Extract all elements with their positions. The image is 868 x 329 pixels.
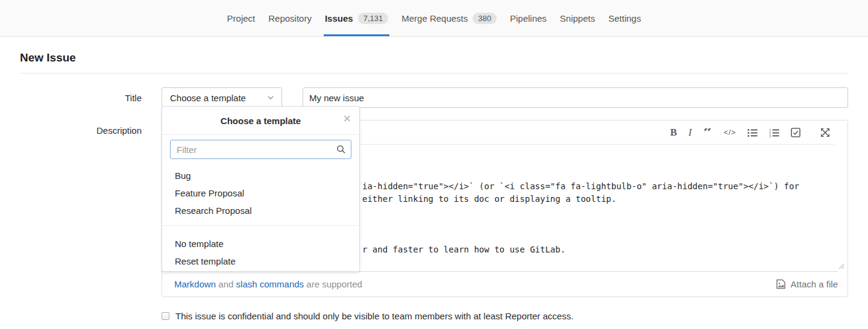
description-row: Description B I ” </> [20,120,848,297]
choose-template-dropdown-panel: Choose a template ✕ Bug Feature Proposal… [162,106,360,272]
search-icon [336,145,346,154]
nav-tab-label: Merge Requests [401,13,468,24]
dropdown-title: Choose a template [221,116,301,126]
nav-tab-pipelines[interactable]: Pipelines [503,0,553,36]
svg-text:3: 3 [769,134,771,137]
nav-tab-merge-requests[interactable]: Merge Requests 380 [395,0,503,36]
nav-tab-label: Repository [268,13,312,24]
page-title: New Issue [20,37,848,64]
issues-count-badge: 7,131 [358,13,389,24]
title-label: Title [20,87,142,108]
merge-requests-count-badge: 380 [473,13,497,24]
confidential-label: This issue is confidential and should on… [175,311,573,321]
attach-file-button[interactable]: Attach a file [776,279,838,289]
title-row: Title Choose a template [20,87,848,108]
footer-supported-text: are supported [304,279,362,289]
markdown-footer: Markdown and slash commands are supporte… [162,272,848,296]
issue-title-input[interactable] [303,87,848,108]
markdown-help-text: Markdown and slash commands are supporte… [174,279,362,289]
template-option-research-proposal[interactable]: Research Proposal [162,202,359,219]
nav-tab-label: Settings [608,13,641,24]
nav-tab-repository[interactable]: Repository [262,0,318,36]
nav-tab-label: Pipelines [510,13,547,24]
blockquote-button[interactable]: ” [703,128,712,137]
choose-template-button-label: Choose a template [170,93,246,103]
attach-file-label: Attach a file [791,279,838,289]
project-nav: Project Repository Issues 7,131 Merge Re… [0,0,868,37]
task-list-button[interactable] [791,127,800,139]
bold-button[interactable]: B [670,127,677,139]
confidential-row: This issue is confidential and should on… [162,311,848,321]
footer-and-text: and [216,279,236,289]
task-list-icon [791,128,800,137]
close-icon[interactable]: ✕ [343,114,351,124]
resize-handle[interactable] [837,262,844,269]
divider [20,73,848,74]
code-button[interactable]: </> [724,127,736,139]
reset-template-option[interactable]: Reset template [162,252,359,270]
numbered-list-icon: 1 2 3 [769,128,779,137]
nav-tab-issues[interactable]: Issues 7,131 [318,0,395,36]
nav-tab-snippets[interactable]: Snippets [553,0,602,36]
italic-button[interactable]: I [688,127,692,139]
attach-file-icon [776,279,786,289]
fullscreen-icon [820,128,830,137]
template-actions-list: No template Reset template [162,225,359,272]
nav-tab-label: Project [227,13,256,24]
nav-tab-label: Issues [325,13,353,24]
bullet-list-icon [747,128,758,137]
new-issue-page: New Issue Title Choose a template Descri… [0,37,868,321]
fullscreen-button[interactable] [820,127,830,139]
template-filter-input[interactable] [170,140,351,159]
bullet-list-button[interactable] [747,127,758,139]
markdown-link[interactable]: Markdown [174,279,216,289]
confidential-checkbox[interactable] [162,312,169,320]
numbered-list-button[interactable]: 1 2 3 [769,127,779,139]
template-list: Bug Feature Proposal Research Proposal [162,159,359,225]
nav-tab-project[interactable]: Project [221,0,262,36]
no-template-option[interactable]: No template [162,235,359,252]
template-option-bug[interactable]: Bug [162,167,359,184]
slash-commands-link[interactable]: slash commands [236,279,304,289]
filter-input-wrap [170,140,351,159]
nav-tab-settings[interactable]: Settings [602,0,647,36]
dropdown-header: Choose a template ✕ [162,107,359,135]
nav-tab-label: Snippets [560,13,595,24]
chevron-down-icon [267,95,274,100]
template-option-feature-proposal[interactable]: Feature Proposal [162,184,359,202]
choose-template-dropdown-button[interactable]: Choose a template [162,87,282,108]
description-label: Description [20,120,142,297]
